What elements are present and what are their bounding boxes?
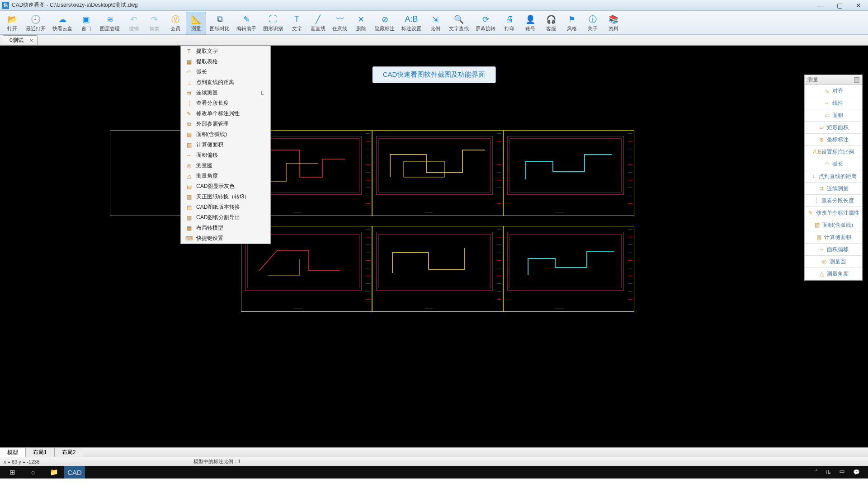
toolbar-text[interactable]: T文字 [287,12,307,34]
side-panel-item[interactable]: ↔线性 [805,97,862,109]
side-item-icon: △ [818,271,825,277]
toolbar-undo[interactable]: ↶撤销 [123,12,144,34]
toolbar-find[interactable]: 🔍文字查找 [446,12,472,34]
side-panel-item[interactable]: ⟂点到直线的距离 [805,170,862,183]
side-panel-item[interactable]: ▱矩形面积 [805,122,862,134]
search-button[interactable]: ○ [23,466,43,479]
menu-item[interactable]: ▥天正图纸转换（转t3） [181,192,270,202]
layout-tab[interactable]: 布局1 [26,448,55,457]
file-tab[interactable]: 0测试 × [3,35,38,45]
vip-label: 会员 [170,25,180,32]
menu-item-icon: T [184,48,193,55]
layout-tab[interactable]: 布局2 [55,448,84,457]
toolbar-delete[interactable]: ✕删除 [351,12,371,34]
toolbar-dim-settings[interactable]: A:B标注设置 [398,12,425,34]
layout-tab[interactable]: 模型 [0,448,26,457]
maximize-button[interactable]: ▢ [835,1,844,9]
toolbar-style[interactable]: ⚑风格 [561,12,582,34]
menu-item-label: 提取表格 [196,58,267,66]
menu-item-icon: ⟂ [184,79,193,86]
toolbar-scale[interactable]: ⇲比例 [425,12,445,34]
menu-item[interactable]: ⧉外部参照管理 [181,119,270,129]
side-panel-item[interactable]: ▭面积 [805,109,862,122]
ime-indicator[interactable]: ㎐ [823,469,834,476]
side-panel-item[interactable]: ⊕坐标标注 [805,134,862,146]
toolbar-polyline[interactable]: 〰任意线 [329,12,350,34]
status-coords: x = 69 y = -1236 [4,459,40,465]
toolbar-account[interactable]: 👤账号 [520,12,540,34]
toolbar-open[interactable]: 📂打开 [2,12,22,34]
menu-item[interactable]: ┊查看分段长度 [181,98,270,108]
toolbar-about[interactable]: ⓘ关于 [582,12,603,34]
side-panel-item[interactable]: ↔面积偏移 [805,244,862,256]
toolbar-measure[interactable]: 📐测量 [186,12,206,34]
toolbar-compare[interactable]: ⧉图纸对比 [207,12,233,34]
dwg-thumb[interactable]: ——— [503,130,634,216]
side-panel-item[interactable]: ✎修改单个标注属性 [805,207,862,219]
menu-item[interactable]: ◎测量圆 [181,160,270,171]
side-panel-item[interactable]: A:B设置标注比例 [805,146,862,158]
dwg-thumb[interactable]: ——— [503,226,634,312]
toolbar-rotate[interactable]: ⟳屏幕旋转 [472,12,499,34]
menu-item[interactable]: ▨面积(含弧线) [181,129,270,140]
compare-label: 图纸对比 [210,25,230,32]
dwg-thumb[interactable]: ——— [372,226,503,312]
side-panel-item[interactable]: ⇉连续测量 [805,183,862,195]
tray-chevron-icon[interactable]: ˄ [812,469,821,475]
side-item-icon: ▭ [824,112,830,118]
side-panel-item[interactable]: ↘对齐 [805,85,862,97]
side-panel-item[interactable]: ┊查看分段长度 [805,195,862,207]
menu-item[interactable]: ▦布局转模型 [181,223,270,233]
toolbar-cloud[interactable]: ☁快看云盘 [49,12,75,34]
close-tab-icon[interactable]: × [30,37,33,44]
menu-item-icon: ⇉ [184,89,193,97]
menu-item[interactable]: △测量角度 [181,171,270,181]
toolbar-recent[interactable]: 🕘最近打开 [23,12,49,34]
app-taskbar-button[interactable]: CAD [64,466,85,479]
menu-item[interactable]: T提取文字 [181,46,270,56]
explorer-button[interactable]: 📁 [43,466,64,479]
side-item-label: 面积(含弧线) [822,221,853,229]
toolbar-window[interactable]: ▣窗口 [76,12,96,34]
menu-item[interactable]: ◠弧长 [181,67,270,77]
side-panel-item[interactable]: ◠弧长 [805,158,862,170]
menu-item[interactable]: ✎修改单个标注属性 [181,108,270,119]
ime-lang[interactable]: 中 [837,469,848,476]
menu-item[interactable]: ⇉连续测量L [181,88,270,98]
toolbar-hide-dim[interactable]: ⊘隐藏标注 [372,12,398,34]
side-panel-item[interactable]: △测量角度 [805,268,862,280]
side-panel-item[interactable]: ▧计算侧面积 [805,231,862,244]
text-label: 文字 [292,25,302,32]
toolbar-layers[interactable]: ≋图层管理 [97,12,123,34]
menu-item[interactable]: ▤CAD图显示灰色 [181,181,270,192]
menu-item-shortcut: L [261,90,267,96]
toolbar-edit-helper[interactable]: ✎编辑助手 [233,12,259,34]
action-center-icon[interactable]: 💬 [850,469,863,475]
toolbar-docs[interactable]: 📚资料 [603,12,623,34]
toolbar-vip[interactable]: Ⓥ会员 [165,12,185,34]
side-panel-item[interactable]: ◎测量圆 [805,256,862,268]
toolbar-line[interactable]: ╱画直线 [307,12,329,34]
dwg-thumb[interactable]: ——— [372,130,503,216]
minimize-button[interactable]: — [816,1,825,9]
edit-helper-label: 编辑助手 [236,25,256,32]
toolbar-support[interactable]: 🎧客服 [541,12,561,34]
close-button[interactable]: ✕ [854,1,863,9]
side-panel-item[interactable]: ▨面积(含弧线) [805,219,862,231]
menu-item[interactable]: ⌨快捷键设置 [181,233,270,244]
about-icon: ⓘ [588,14,598,24]
side-item-label: 查看分段长度 [821,197,854,205]
menu-item[interactable]: ⟂点到直线的距离 [181,77,270,88]
menu-item[interactable]: ▦提取表格 [181,56,270,67]
drawing-viewport[interactable]: CAD快速看图软件截图及功能界面 T提取文字▦提取表格◠弧长⟂点到直线的距离⇉连… [0,46,868,466]
menu-item[interactable]: ▤CAD图纸版本转换 [181,202,270,212]
menu-item-label: 点到直线的距离 [196,79,267,86]
side-panel-collapse-icon[interactable] [854,77,859,83]
start-button[interactable]: ⊞ [2,466,23,479]
menu-item[interactable]: ↔面积偏移 [181,150,270,160]
menu-item[interactable]: ▥CAD图纸分割导出 [181,212,270,223]
menu-item[interactable]: ▧计算侧面积 [181,140,270,150]
toolbar-print[interactable]: 🖨打印 [499,12,519,34]
toolbar-recognize[interactable]: ⛶图形识别 [260,12,286,34]
toolbar-redo[interactable]: ↷恢复 [144,12,165,34]
